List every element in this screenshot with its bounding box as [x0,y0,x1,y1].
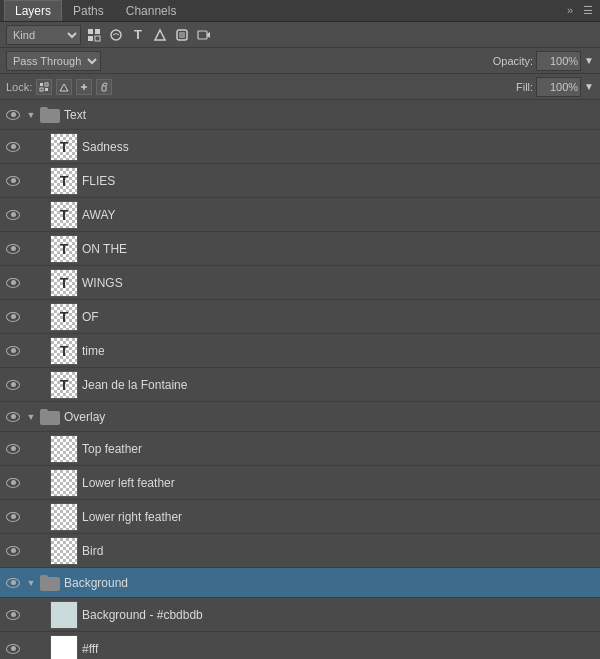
layer-item-layer-sadness[interactable]: TSadness [0,130,600,164]
layer-name-layer-sadness: Sadness [82,140,596,154]
filter-adjust-icon[interactable] [107,26,125,44]
layer-item-group-bg[interactable]: ▼Background [0,568,600,598]
expand-arrow-group-text[interactable]: ▼ [26,110,36,120]
svg-rect-12 [102,86,106,91]
folder-icon-group-text [40,107,60,123]
layer-item-layer-away[interactable]: TAWAY [0,198,600,232]
tab-channels[interactable]: Channels [115,0,188,21]
layer-item-layer-wings[interactable]: TWINGS [0,266,600,300]
eye-icon-layer-flies[interactable] [4,172,22,190]
lock-image-icon[interactable] [56,79,72,95]
eye-icon-layer-away[interactable] [4,206,22,224]
layer-thumb-layer-wings: T [50,269,78,297]
filter-smart-icon[interactable] [173,26,191,44]
fill-arrow[interactable]: ▼ [584,81,594,92]
layer-name-group-text: Text [64,108,596,122]
layer-item-layer-lowerRight[interactable]: Lower right feather [0,500,600,534]
svg-rect-3 [95,36,100,41]
layer-name-layer-onthe: ON THE [82,242,596,256]
svg-rect-11 [45,88,48,91]
filter-pixel-icon[interactable] [85,26,103,44]
folder-icon-group-overlay [40,409,60,425]
layer-name-layer-time: time [82,344,596,358]
layer-thumb-layer-sadness: T [50,133,78,161]
layer-name-layer-of: OF [82,310,596,324]
layer-name-layer-lowerRight: Lower right feather [82,510,596,524]
fill-input[interactable] [536,77,581,97]
fill-label: Fill: [516,81,533,93]
eye-icon-layer-bird[interactable] [4,542,22,560]
blend-mode-select[interactable]: Pass Through [6,51,101,71]
layer-thumb-layer-lowerRight [50,503,78,531]
expand-icon[interactable]: » [564,3,576,18]
filter-shape-icon[interactable] [151,26,169,44]
eye-icon-layer-bgcbdbdb[interactable] [4,606,22,624]
svg-rect-7 [198,31,207,39]
layer-thumb-layer-fff [50,635,78,660]
layer-thumb-layer-topfeather [50,435,78,463]
layer-item-layer-time[interactable]: Ttime [0,334,600,368]
svg-rect-10 [40,88,43,91]
eye-icon-layer-time[interactable] [4,342,22,360]
eye-icon-layer-wings[interactable] [4,274,22,292]
layer-name-layer-wings: WINGS [82,276,596,290]
opacity-input[interactable] [536,51,581,71]
lock-label: Lock: [6,81,32,93]
toolbar-row-2: Pass Through Opacity: ▼ [0,48,600,74]
layer-name-layer-away: AWAY [82,208,596,222]
eye-icon-layer-topfeather[interactable] [4,440,22,458]
svg-rect-2 [88,36,93,41]
layer-item-group-overlay[interactable]: ▼Overlay [0,402,600,432]
layer-item-layer-fff[interactable]: #fff [0,632,600,659]
filter-text-icon[interactable]: T [129,26,147,44]
layer-thumb-layer-time: T [50,337,78,365]
layer-name-layer-topfeather: Top feather [82,442,596,456]
tab-paths[interactable]: Paths [62,0,115,21]
eye-icon-layer-onthe[interactable] [4,240,22,258]
layer-item-layer-of[interactable]: TOF [0,300,600,334]
layer-name-layer-lowerLeft: Lower left feather [82,476,596,490]
eye-icon-layer-jean[interactable] [4,376,22,394]
eye-icon-group-bg[interactable] [4,574,22,592]
kind-select[interactable]: Kind [6,25,81,45]
svg-rect-9 [45,83,48,86]
layer-thumb-layer-bird [50,537,78,565]
menu-icon[interactable]: ☰ [580,3,596,18]
eye-icon-group-overlay[interactable] [4,408,22,426]
filter-video-icon[interactable] [195,26,213,44]
svg-rect-0 [88,29,93,34]
layer-thumb-layer-onthe: T [50,235,78,263]
layer-thumb-layer-bgcbdbdb [50,601,78,629]
lock-transparent-icon[interactable] [36,79,52,95]
layer-thumb-layer-lowerLeft [50,469,78,497]
eye-icon-layer-lowerLeft[interactable] [4,474,22,492]
tab-bar: Layers Paths Channels » ☰ [0,0,600,22]
eye-icon-layer-fff[interactable] [4,640,22,658]
eye-icon-layer-of[interactable] [4,308,22,326]
lock-all-icon[interactable] [96,79,112,95]
layer-item-layer-onthe[interactable]: TON THE [0,232,600,266]
layer-name-layer-fff: #fff [82,642,596,656]
layer-item-layer-flies[interactable]: TFLIES [0,164,600,198]
layer-item-layer-lowerLeft[interactable]: Lower left feather [0,466,600,500]
svg-rect-1 [95,29,100,34]
lock-position-icon[interactable] [76,79,92,95]
layer-thumb-layer-flies: T [50,167,78,195]
toolbar-row-1: Kind T [0,22,600,48]
expand-arrow-group-overlay[interactable]: ▼ [26,412,36,422]
layer-item-layer-bgcbdbdb[interactable]: Background - #cbdbdb [0,598,600,632]
tab-layers[interactable]: Layers [4,0,62,21]
expand-arrow-group-bg[interactable]: ▼ [26,578,36,588]
eye-icon-layer-sadness[interactable] [4,138,22,156]
layer-item-layer-jean[interactable]: TJean de la Fontaine [0,368,600,402]
layer-name-layer-flies: FLIES [82,174,596,188]
opacity-arrow[interactable]: ▼ [584,55,594,66]
layer-name-group-bg: Background [64,576,596,590]
layer-name-group-overlay: Overlay [64,410,596,424]
layer-item-group-text[interactable]: ▼Text [0,100,600,130]
eye-icon-group-text[interactable] [4,106,22,124]
layer-thumb-layer-away: T [50,201,78,229]
layer-item-layer-topfeather[interactable]: Top feather [0,432,600,466]
layer-item-layer-bird[interactable]: Bird [0,534,600,568]
eye-icon-layer-lowerRight[interactable] [4,508,22,526]
